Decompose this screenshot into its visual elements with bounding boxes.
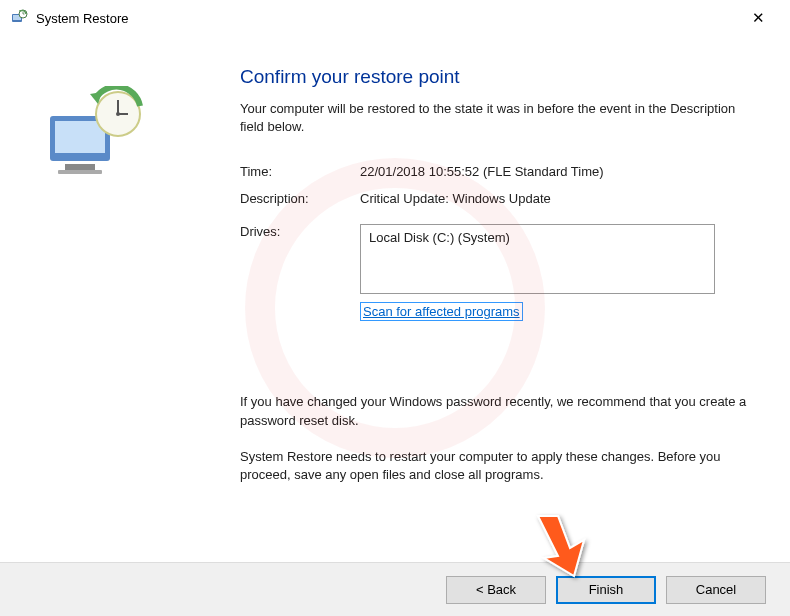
close-button[interactable]: ✕: [736, 4, 780, 32]
description-row: Description: Critical Update: Windows Up…: [240, 191, 750, 206]
cancel-button[interactable]: Cancel: [666, 576, 766, 604]
page-heading: Confirm your restore point: [240, 66, 750, 88]
system-restore-icon: [10, 9, 28, 27]
system-restore-large-icon: [40, 86, 160, 186]
drives-row: Drives: Local Disk (C:) (System) Scan fo…: [240, 224, 750, 321]
drives-listbox[interactable]: Local Disk (C:) (System): [360, 224, 715, 294]
svg-rect-5: [55, 121, 105, 153]
description-value: Critical Update: Windows Update: [360, 191, 551, 206]
titlebar: System Restore ✕: [0, 0, 790, 36]
intro-text: Your computer will be restored to the st…: [240, 100, 750, 136]
restart-note: System Restore needs to restart your com…: [240, 448, 750, 484]
time-row: Time: 22/01/2018 10:55:52 (FLE Standard …: [240, 164, 750, 179]
password-note: If you have changed your Windows passwor…: [240, 393, 750, 429]
window-title: System Restore: [36, 11, 128, 26]
svg-rect-7: [58, 170, 102, 174]
sidebar: [20, 46, 240, 546]
back-button[interactable]: < Back: [446, 576, 546, 604]
content-area: Confirm your restore point Your computer…: [0, 36, 790, 546]
description-label: Description:: [240, 191, 360, 206]
time-label: Time:: [240, 164, 360, 179]
footer-buttons: < Back Finish Cancel: [0, 562, 790, 616]
time-value: 22/01/2018 10:55:52 (FLE Standard Time): [360, 164, 604, 179]
scan-affected-link[interactable]: Scan for affected programs: [360, 302, 523, 321]
drives-value: Local Disk (C:) (System): [369, 230, 510, 245]
drives-label: Drives:: [240, 224, 360, 239]
svg-rect-6: [65, 164, 95, 170]
finish-button[interactable]: Finish: [556, 576, 656, 604]
main-panel: Confirm your restore point Your computer…: [240, 46, 750, 546]
